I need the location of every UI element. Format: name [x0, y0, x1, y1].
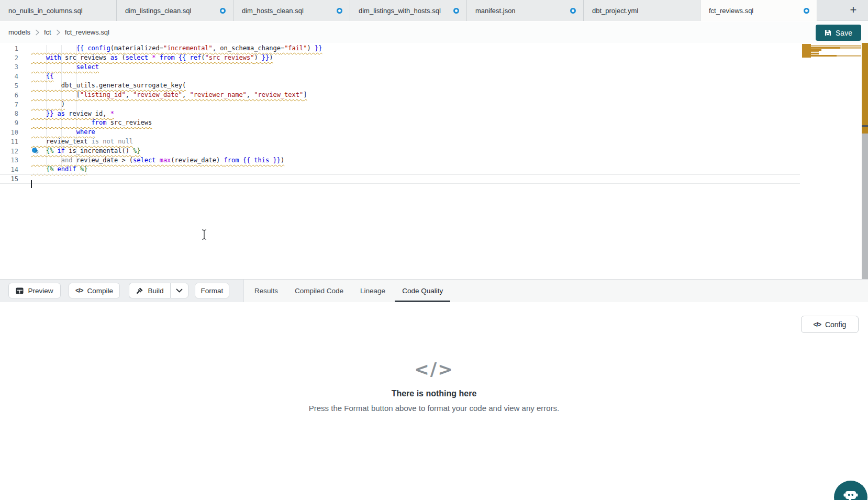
scrollbar-overview-ruler[interactable]: [862, 43, 868, 279]
tab-label: dim_listings_clean.sql: [125, 7, 191, 15]
unsaved-changes-dot: [804, 8, 809, 14]
tab-file-dbt-project-yml[interactable]: dbt_project.yml: [584, 0, 700, 21]
chevron-right-icon: [34, 29, 40, 36]
empty-state: </> There is nothing here Press the Form…: [0, 359, 868, 413]
line-text: and review_date > (select max(review_dat…: [31, 156, 284, 165]
unsaved-changes-dot: [453, 8, 459, 14]
code-icon: </>: [75, 287, 83, 294]
tab-label: fct_reviews.sql: [709, 7, 753, 15]
line-text: ): [31, 100, 65, 109]
line-text: with src_reviews as (select * from {{ re…: [31, 53, 273, 63]
build-options-dropdown[interactable]: [170, 283, 188, 298]
line-text: dbt_utils.generate_surrogate_key(: [31, 81, 186, 91]
line-text: ["listing_id", "review_date", "reviewer_…: [31, 91, 307, 100]
breadcrumb: models fct fct_reviews.sql: [0, 21, 868, 43]
code-line-1[interactable]: 1 {{ config(materialized="incremental", …: [0, 44, 800, 53]
hammer-icon: [136, 287, 143, 295]
code-line-2[interactable]: 2 with src_reviews as (select * from {{ …: [0, 53, 800, 63]
line-number: 11: [0, 138, 18, 146]
tab-label: dbt_project.yml: [592, 7, 638, 15]
tab-file-manifest-json[interactable]: manifest.json: [467, 0, 584, 21]
save-icon: [825, 29, 831, 36]
code-line-4[interactable]: 4 {{: [0, 72, 800, 81]
code-line-14[interactable]: 14 {% endif %}: [0, 165, 800, 174]
code-line-13[interactable]: 13 and review_date > (select max(review_…: [0, 156, 800, 165]
tab-file-no-nulls-in-columns-sql[interactable]: no_nulls_in_columns.sql: [0, 0, 117, 21]
tab-file-dim-listings-clean-sql[interactable]: dim_listings_clean.sql: [117, 0, 233, 21]
line-text: review_text is not null: [31, 137, 133, 147]
breadcrumb-fct[interactable]: fct: [44, 28, 51, 36]
text-caret: [31, 180, 32, 188]
chevron-down-icon: [176, 288, 183, 293]
line-number: 12: [0, 148, 18, 155]
tab-label: dim_hosts_clean.sql: [242, 7, 304, 15]
warning-marks: [862, 43, 868, 134]
line-text: where: [31, 128, 95, 137]
line-number: 2: [0, 54, 18, 62]
code-line-15[interactable]: 15: [0, 174, 800, 184]
tab-lineage[interactable]: Lineage: [352, 280, 394, 302]
code-lines: 1 {{ config(materialized="incremental", …: [0, 44, 800, 184]
code-line-9[interactable]: 9 from src_reviews: [0, 118, 800, 128]
unsaved-changes-dot: [220, 8, 226, 14]
tab-file-fct-reviews-sql[interactable]: fct_reviews.sql: [700, 0, 817, 21]
line-number: 5: [0, 82, 18, 90]
code-line-5[interactable]: 5 dbt_utils.generate_surrogate_key(: [0, 81, 800, 91]
code-line-3[interactable]: 3 select: [0, 63, 800, 72]
tab-results[interactable]: Results: [246, 280, 286, 302]
unsaved-changes-dot: [337, 8, 342, 14]
code-quality-panel: </> Config </> There is nothing here Pre…: [0, 302, 868, 500]
save-button[interactable]: Save: [816, 25, 861, 41]
breadcrumb-models[interactable]: models: [8, 28, 30, 36]
compile-button[interactable]: </> Compile: [69, 283, 120, 298]
line-number: 13: [0, 157, 18, 164]
empty-state-title: There is nothing here: [0, 389, 868, 398]
line-text: from src_reviews: [31, 118, 152, 128]
tab-label: dim_listings_with_hosts.sql: [359, 7, 441, 15]
table-icon: [16, 287, 24, 294]
code-line-6[interactable]: 6 ["listing_id", "review_date", "reviewe…: [0, 91, 800, 100]
code-icon: </>: [814, 321, 821, 328]
build-button[interactable]: Build: [129, 283, 170, 298]
tab-compiled-code[interactable]: Compiled Code: [286, 280, 352, 302]
cursor-mark: [862, 125, 868, 127]
unsaved-changes-dot: [570, 8, 576, 14]
breadcrumb-file: fct_reviews.sql: [65, 28, 109, 36]
tab-file-dim-hosts-clean-sql[interactable]: dim_hosts_clean.sql: [233, 0, 350, 21]
line-number: 14: [0, 166, 18, 173]
line-number: 7: [0, 101, 18, 108]
tab-file-dim-listings-with-hosts-sql[interactable]: dim_listings_with_hosts.sql: [350, 0, 467, 21]
line-number: 9: [0, 119, 18, 127]
code-line-11[interactable]: 11 review_text is not null: [0, 137, 800, 147]
tab-code-quality[interactable]: Code Quality: [394, 280, 451, 302]
line-text: select: [31, 63, 99, 72]
tab-label: manifest.json: [475, 7, 516, 15]
empty-state-message: Press the Format button above to format …: [0, 404, 868, 413]
new-tab-button[interactable]: +: [845, 2, 862, 19]
code-line-10[interactable]: 10 where: [0, 128, 800, 137]
line-number: 1: [0, 45, 18, 52]
build-button-group: Build: [129, 283, 188, 298]
tab-label: no_nulls_in_columns.sql: [8, 7, 83, 15]
code-line-12[interactable]: 12⚙ {% if is_incremental() %}: [0, 147, 800, 156]
preview-button[interactable]: Preview: [8, 283, 61, 298]
file-tab-bar: no_nulls_in_columns.sqldim_listings_clea…: [0, 0, 868, 21]
code-line-7[interactable]: 7 ): [0, 100, 800, 109]
chevron-right-icon: [55, 29, 61, 36]
format-button[interactable]: Format: [195, 283, 229, 298]
text-cursor-pointer: [201, 229, 208, 242]
code-editor[interactable]: 1 {{ config(materialized="incremental", …: [0, 43, 868, 279]
line-text: {{ config(materialized="incremental", on…: [31, 44, 322, 53]
code-icon: </>: [0, 359, 868, 380]
line-number: 4: [0, 73, 18, 80]
bottom-toolbar: Preview </> Compile Build Format Results…: [0, 279, 868, 302]
code-line-8[interactable]: 8 }} as review_id, *: [0, 109, 800, 119]
line-number: 6: [0, 92, 18, 99]
robot-chat-icon: [842, 486, 860, 500]
line-number: 15: [0, 175, 18, 183]
line-number: 10: [0, 129, 18, 136]
line-text: {{: [31, 72, 53, 81]
line-number: 3: [0, 63, 18, 71]
config-button[interactable]: </> Config: [801, 316, 859, 333]
minimap[interactable]: [802, 44, 861, 60]
